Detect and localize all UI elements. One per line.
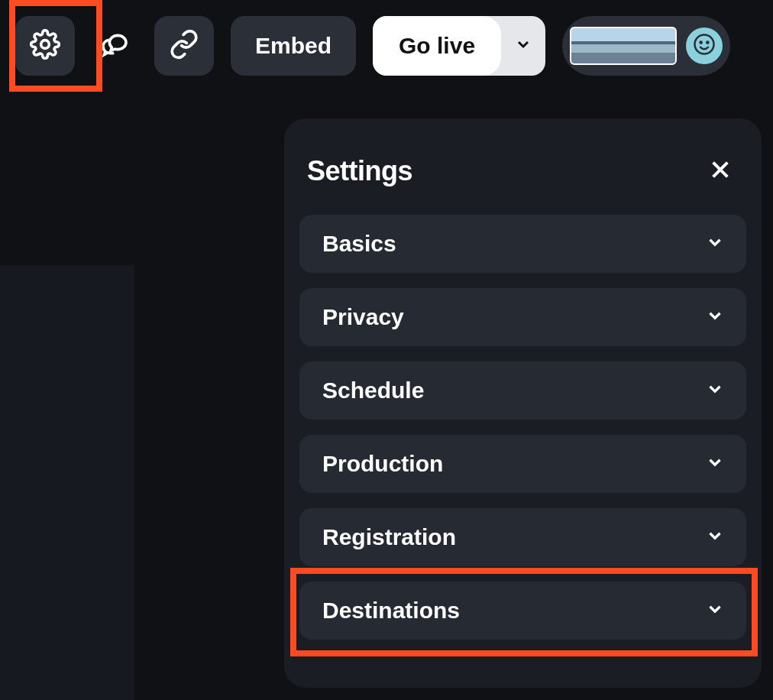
chevron-down-icon: [514, 35, 532, 57]
stream-thumbnail: [570, 27, 677, 65]
close-button[interactable]: [707, 157, 734, 185]
avatar: [686, 28, 723, 64]
chevron-down-icon: [705, 306, 725, 329]
settings-row-label: Destinations: [322, 598, 460, 624]
chat-icon: [99, 29, 130, 63]
chat-button[interactable]: [92, 16, 137, 76]
svg-point-3: [707, 41, 710, 44]
chevron-down-icon: [705, 452, 725, 475]
close-icon: [708, 157, 733, 185]
settings-list: Basics Privacy Schedule Production Regis…: [299, 215, 746, 640]
settings-row-label: Privacy: [322, 304, 404, 330]
settings-button[interactable]: [15, 16, 75, 76]
settings-row-label: Production: [322, 451, 443, 477]
settings-row-basics[interactable]: Basics: [299, 215, 746, 273]
golive-button[interactable]: Go live: [373, 16, 501, 76]
settings-row-schedule[interactable]: Schedule: [299, 361, 746, 420]
link-button[interactable]: [154, 16, 214, 76]
chevron-down-icon: [705, 526, 725, 549]
embed-button[interactable]: Embed: [231, 16, 356, 76]
svg-point-0: [41, 41, 50, 49]
chevron-down-icon: [705, 232, 725, 255]
settings-row-destinations[interactable]: Destinations: [299, 582, 746, 640]
svg-point-1: [695, 35, 714, 54]
top-toolbar: Embed Go live: [15, 15, 758, 76]
settings-title: Settings: [307, 155, 412, 187]
settings-row-label: Registration: [322, 524, 456, 550]
chevron-down-icon: [705, 599, 725, 622]
embed-label: Embed: [255, 33, 332, 59]
golive-dropdown-button[interactable]: [501, 16, 545, 76]
settings-row-registration[interactable]: Registration: [299, 508, 746, 566]
svg-point-2: [700, 41, 703, 44]
gear-icon: [30, 29, 60, 63]
left-panel-edge: [0, 265, 134, 700]
settings-panel: Settings Basics Privacy Schedule Product…: [284, 118, 762, 688]
link-icon: [169, 29, 199, 63]
golive-group: Go live: [373, 16, 545, 76]
user-menu[interactable]: [562, 16, 730, 76]
chevron-down-icon: [705, 379, 725, 402]
settings-header: Settings: [299, 155, 746, 187]
settings-row-label: Basics: [322, 231, 396, 257]
face-icon: [693, 33, 716, 59]
settings-row-production[interactable]: Production: [299, 435, 746, 493]
settings-row-privacy[interactable]: Privacy: [299, 288, 746, 346]
golive-label: Go live: [399, 33, 475, 59]
settings-row-label: Schedule: [322, 378, 424, 403]
